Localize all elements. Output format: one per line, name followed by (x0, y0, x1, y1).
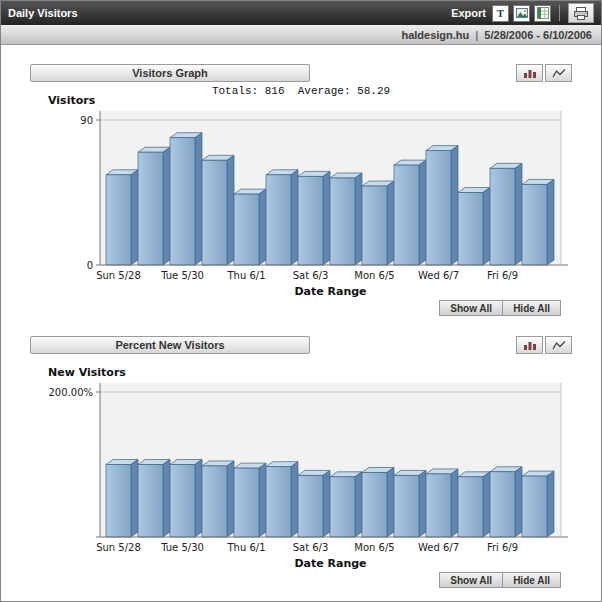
x-tick-label: Sun 5/28 (96, 542, 141, 553)
panel-title: Percent New Visitors (30, 336, 310, 354)
page-title: Daily Visitors (8, 7, 78, 19)
report-content: Visitors Graph Totals: 816 Average: 58.2 (1, 45, 601, 588)
bar-side-face (163, 460, 170, 538)
chart-type-buttons (516, 64, 572, 82)
bar[interactable] (266, 170, 298, 265)
title-bar: Daily Visitors Export T (1, 1, 601, 25)
bar-front-face (330, 477, 355, 537)
chart-type-buttons (516, 336, 572, 354)
x-tick-label: Mon 6/5 (354, 542, 394, 553)
bar[interactable] (330, 173, 362, 265)
export-toolbar: Export T (451, 3, 594, 23)
x-axis-label: Date Range (294, 557, 366, 570)
bar[interactable] (458, 472, 490, 537)
bar[interactable] (202, 155, 234, 265)
bar-chart-icon (523, 68, 537, 79)
line-chart-icon (552, 68, 566, 79)
x-tick-label: Fri 6/9 (487, 542, 518, 553)
bar[interactable] (394, 160, 426, 265)
bar-side-face (387, 467, 394, 537)
export-text-button[interactable]: T (492, 5, 509, 22)
x-tick-label: Wed 6/7 (418, 270, 459, 281)
bar[interactable] (298, 171, 330, 265)
visitors-graph-panel: Visitors Graph Totals: 816 Average: 58.2 (30, 64, 572, 316)
bar[interactable] (106, 460, 138, 538)
panel-footer-buttons: Show All Hide All (439, 572, 561, 588)
bar-side-face (419, 470, 426, 537)
bar[interactable] (490, 467, 522, 537)
y-axis-label: Visitors (48, 94, 96, 107)
bar-front-face (362, 472, 387, 537)
x-tick-label: Sat 6/3 (293, 542, 329, 553)
bar-front-face (298, 176, 323, 265)
hide-all-button[interactable]: Hide All (502, 572, 561, 588)
x-tick-label: Wed 6/7 (418, 542, 459, 553)
bar[interactable] (426, 469, 458, 537)
bar[interactable] (330, 472, 362, 537)
show-all-button[interactable]: Show All (439, 572, 503, 588)
export-image-button[interactable] (513, 5, 530, 22)
bar-side-face (163, 147, 170, 265)
bar-side-face (483, 188, 490, 266)
bar-front-face (426, 151, 451, 265)
bar-side-face (131, 170, 138, 265)
export-label: Export (451, 7, 486, 19)
bar[interactable] (234, 189, 266, 265)
x-tick-label: Thu 6/1 (226, 270, 265, 281)
bar-front-face (202, 160, 227, 265)
bar-front-face (106, 465, 131, 538)
bar-chart-view-button[interactable] (516, 64, 543, 82)
bar-front-face (138, 465, 163, 538)
bar[interactable] (298, 470, 330, 537)
bar-side-face (195, 460, 202, 538)
bar-chart-view-button[interactable] (516, 336, 543, 354)
bar-front-face (266, 467, 291, 537)
x-axis-label: Date Range (294, 285, 366, 298)
bar[interactable] (106, 170, 138, 265)
bar-side-face (547, 471, 554, 537)
bar[interactable] (170, 133, 202, 265)
text-export-icon: T (497, 8, 504, 19)
bar[interactable] (458, 188, 490, 266)
line-chart-view-button[interactable] (545, 64, 572, 82)
bar[interactable] (362, 467, 394, 537)
bar[interactable] (202, 461, 234, 537)
bar-side-face (387, 181, 394, 265)
bar-side-face (451, 469, 458, 537)
print-button[interactable] (568, 3, 594, 23)
bar[interactable] (490, 163, 522, 265)
bar-side-face (451, 146, 458, 265)
y-min-tick-label: 0 (87, 260, 93, 271)
bar-front-face (234, 468, 259, 537)
bar[interactable] (362, 181, 394, 265)
bar-front-face (522, 476, 547, 537)
bar-side-face (355, 472, 362, 537)
bar[interactable] (522, 471, 554, 537)
x-tick-label: Sun 5/28 (96, 270, 141, 281)
line-chart-view-button[interactable] (545, 336, 572, 354)
panel-title: Visitors Graph (30, 64, 310, 82)
percent-new-visitors-bar-chart: New Visitors200.00%Sun 5/28Tue 5/30Thu 6… (30, 364, 572, 576)
bar[interactable] (138, 460, 170, 538)
show-all-button[interactable]: Show All (439, 300, 503, 316)
bar[interactable] (426, 146, 458, 265)
x-tick-label: Mon 6/5 (354, 270, 394, 281)
report-context-bar: haldesign.hu | 5/28/2006 - 6/10/2006 (1, 25, 601, 45)
export-excel-button[interactable] (534, 5, 551, 22)
bar[interactable] (522, 179, 554, 265)
bar[interactable] (234, 463, 266, 537)
bar-side-face (291, 170, 298, 265)
bar[interactable] (394, 470, 426, 537)
context-separator: | (475, 29, 478, 41)
bar-front-face (426, 474, 451, 537)
site-name: haldesign.hu (401, 29, 469, 41)
toolbar-divider (559, 5, 560, 21)
bar-front-face (490, 472, 515, 537)
visitors-bar-chart: Visitors900Sun 5/28Tue 5/30Thu 6/1Sat 6/… (30, 92, 572, 304)
bar-front-face (170, 138, 195, 265)
bar[interactable] (170, 460, 202, 538)
hide-all-button[interactable]: Hide All (502, 300, 561, 316)
bar[interactable] (266, 462, 298, 537)
bar-side-face (323, 470, 330, 537)
bar[interactable] (138, 147, 170, 265)
